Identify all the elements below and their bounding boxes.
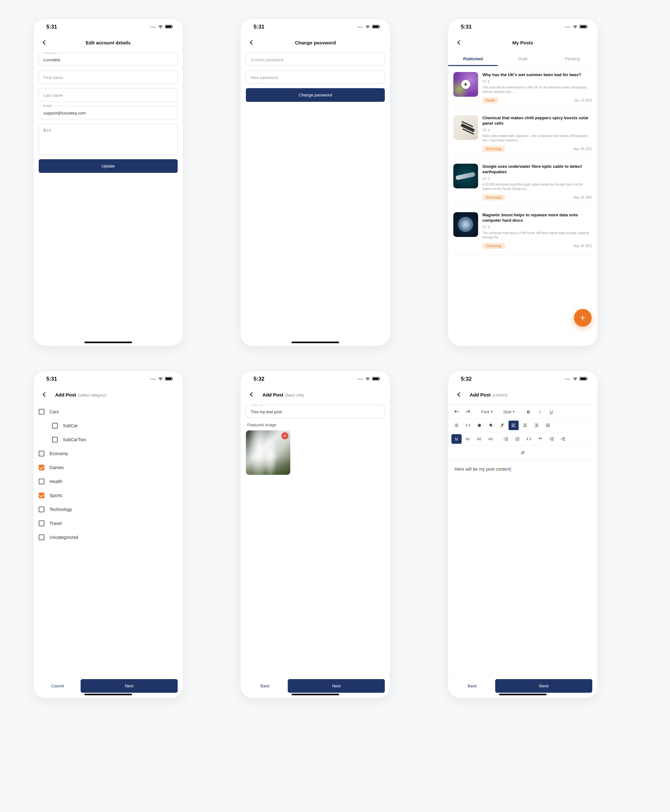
category-checkbox[interactable] [39, 465, 44, 470]
post-title-input[interactable] [250, 409, 380, 414]
back-button[interactable] [455, 38, 464, 47]
svg-point-18 [478, 424, 481, 427]
category-row[interactable]: Travel [39, 516, 178, 530]
back-button[interactable] [247, 390, 256, 399]
category-checkbox[interactable] [39, 507, 44, 512]
back-button[interactable] [247, 38, 256, 47]
tab-published[interactable]: Published [448, 52, 498, 66]
back-step-button[interactable]: Back [246, 679, 284, 693]
unordered-list-button[interactable] [512, 434, 523, 444]
category-checkbox[interactable] [39, 521, 44, 526]
home-indicator [499, 694, 546, 695]
size-dropdown[interactable]: Size▼ [502, 407, 517, 416]
category-checkbox[interactable] [39, 492, 44, 498]
cellular-icon: •••• [357, 377, 363, 381]
category-row[interactable]: Health [39, 475, 178, 489]
email-input[interactable] [44, 111, 173, 115]
category-checkbox[interactable] [52, 437, 58, 443]
screen-add-category: 5:31 •••• Add Post (select category) Car… [34, 371, 183, 698]
category-checkbox[interactable] [39, 451, 44, 457]
category-label: Cars [49, 409, 59, 414]
text-color-button[interactable] [474, 421, 484, 430]
category-row[interactable]: Sports [39, 489, 178, 502]
tabs: Published Draft Pending [448, 52, 597, 66]
post-comments: 0 [482, 80, 592, 83]
back-button[interactable] [455, 390, 464, 399]
post-excerpt: Solar cells treated with capsaicin – the… [482, 134, 592, 143]
bold-button[interactable]: B [523, 407, 534, 416]
align-justify-button[interactable] [543, 421, 553, 430]
cancel-button[interactable]: Cancel [39, 679, 77, 693]
back-step-button[interactable]: Back [453, 679, 491, 693]
post-item[interactable]: Magnetic boost helps to squeeze more dat… [453, 206, 592, 255]
category-checkbox[interactable] [39, 479, 44, 484]
category-checkbox[interactable] [52, 423, 58, 428]
underline-button[interactable]: U [546, 407, 557, 416]
align-right-button[interactable] [531, 421, 541, 430]
post-item[interactable]: Why has the UK's wet summer been bad for… [453, 66, 592, 110]
nickname-input[interactable] [44, 58, 173, 62]
align-center-button[interactable] [520, 421, 530, 430]
svg-rect-2 [172, 26, 173, 27]
redo-button[interactable] [463, 407, 473, 416]
category-checkbox[interactable] [39, 535, 44, 540]
h2-button[interactable]: H2 [474, 434, 484, 444]
post-tag: Health [482, 97, 498, 103]
category-row[interactable]: SubCar [39, 419, 178, 433]
category-row[interactable]: Uncategorized [39, 530, 178, 544]
next-button[interactable]: Next [288, 679, 385, 693]
send-button[interactable]: Send [495, 679, 592, 693]
category-row[interactable]: SubCarTwo [39, 433, 178, 447]
clear-format-button[interactable] [497, 421, 507, 430]
post-title-field[interactable]: Post Title [246, 405, 385, 418]
nickname-field[interactable]: Nickname [39, 52, 178, 66]
bio-textarea[interactable] [44, 128, 173, 150]
bio-field[interactable] [39, 124, 178, 155]
code-block-button[interactable] [524, 434, 534, 444]
tab-pending[interactable]: Pending [548, 52, 597, 66]
back-button[interactable] [40, 390, 49, 399]
add-post-fab[interactable]: + [574, 309, 592, 327]
category-row[interactable]: Cars [39, 405, 178, 419]
category-row[interactable]: Technology [39, 502, 178, 516]
update-button[interactable]: Update [39, 159, 178, 173]
category-row[interactable]: Games [39, 460, 178, 475]
italic-button[interactable]: I [535, 407, 545, 416]
h1-button[interactable]: H1 [463, 434, 473, 444]
new-password-field[interactable]: New password [246, 70, 385, 84]
post-item[interactable]: Chemical that makes chilli peppers spicy… [453, 110, 592, 158]
status-bar: 5:32 •••• [241, 371, 390, 387]
strikethrough-button[interactable] [452, 421, 462, 430]
post-date: May, 05 2021 [573, 244, 592, 248]
first-name-field[interactable]: First name [39, 70, 178, 84]
email-field[interactable]: Email [39, 106, 178, 119]
category-row[interactable]: Economy [39, 447, 178, 460]
current-password-field[interactable]: Current password [246, 52, 385, 66]
tab-draft[interactable]: Draft [498, 52, 548, 66]
font-dropdown[interactable]: Font▼ [479, 407, 495, 416]
nav-bar: My Posts [448, 35, 597, 52]
h3-button[interactable]: H3 [486, 434, 496, 444]
editor-body[interactable]: Here will be my post content [453, 460, 592, 479]
link-button[interactable] [518, 448, 528, 457]
svg-rect-5 [379, 26, 380, 27]
featured-image-thumbnail[interactable]: ✕ [246, 430, 290, 475]
inline-code-button[interactable] [463, 421, 473, 430]
normal-text-button[interactable]: N [452, 434, 462, 444]
post-item[interactable]: Google uses underwater fibre-optic cable… [453, 158, 592, 206]
next-button[interactable]: Next [81, 679, 178, 693]
change-password-button[interactable]: Change password [246, 88, 385, 102]
indent-button[interactable] [558, 434, 568, 444]
back-button[interactable] [40, 38, 49, 47]
ordered-list-button[interactable]: 123 [501, 434, 511, 444]
remove-image-button[interactable]: ✕ [281, 432, 288, 439]
comment-icon [482, 225, 486, 229]
quote-button[interactable] [535, 434, 545, 444]
outdent-button[interactable] [546, 434, 557, 444]
undo-button[interactable] [452, 407, 462, 416]
category-checkbox[interactable] [39, 409, 44, 414]
post-title-label: Post Title [249, 405, 265, 406]
background-color-button[interactable] [486, 421, 496, 430]
last-name-field[interactable]: Last name [39, 88, 178, 102]
align-left-button[interactable] [509, 421, 519, 430]
